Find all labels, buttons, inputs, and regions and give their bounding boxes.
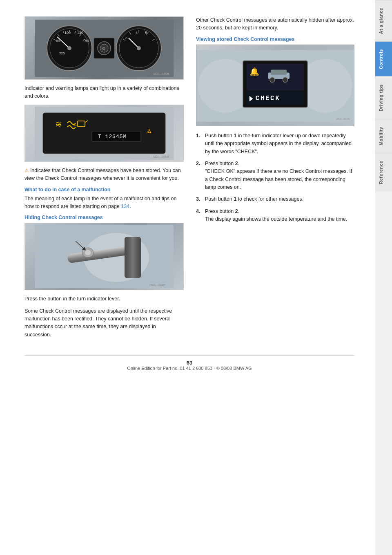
svg-text:180: 180 [83, 39, 89, 43]
svg-text:YAVL...03AP: YAVL...03AP [149, 284, 165, 286]
svg-rect-51 [125, 237, 141, 278]
steps-list: 1. Push button 1 in the turn indicator l… [196, 132, 354, 224]
warning-diagram: ≋ T 12345M [24, 105, 184, 162]
svg-point-62 [283, 77, 287, 82]
page-link-134[interactable]: 134 [121, 204, 129, 209]
sidebar-tab-at-a-glance[interactable]: At a glance [375, 0, 392, 41]
svg-text:UCC...07AN: UCC...07AN [336, 117, 350, 120]
svg-text:⊙: ⊙ [102, 46, 105, 51]
svg-text:≋: ≋ [55, 120, 62, 129]
sidebar-tab-mobility[interactable]: Mobility [375, 119, 392, 153]
sidebar: At a glance Controls Driving tips Mobili… [375, 0, 392, 555]
lever-svg: YAVL...03AP [35, 225, 174, 288]
viewing-heading: Viewing stored Check Control messages [196, 36, 354, 42]
dashboard-diagram: 60 100 140 180 220 [24, 16, 184, 80]
svg-text:140: 140 [77, 31, 83, 35]
svg-text:UCC...04AM: UCC...04AM [153, 72, 169, 75]
svg-text:100: 100 [65, 31, 71, 35]
check-diagram: 🔔 CHECK [196, 45, 354, 126]
lever-diagram: YAVL...03AP [24, 223, 184, 290]
step-3: 3. Push button 1 to check for other mess… [196, 195, 354, 203]
step-4: 4. Press button 2. The display again sho… [196, 208, 354, 224]
svg-text:T 12345M: T 12345M [98, 134, 127, 140]
right-column: Other Check Control messages are automat… [196, 16, 354, 343]
malfunction-text: The meaning of each lamp in the event of… [24, 195, 184, 211]
svg-text:5: 5 [145, 31, 147, 35]
page-footer: 63 Online Edition for Part no. 01 41 2 6… [24, 355, 354, 371]
lever-caption2: Some Check Control messages are displaye… [24, 307, 184, 339]
step-2: 2. Press button 2. "CHECK OK" appears if… [196, 160, 354, 192]
svg-point-49 [85, 250, 91, 255]
svg-text:UCC...06AN: UCC...06AN [153, 155, 169, 158]
warning-symbol: ⚠ [24, 168, 29, 173]
sidebar-tab-controls[interactable]: Controls [375, 41, 392, 76]
svg-point-16 [67, 46, 71, 50]
diagram2-caption: ⚠ indicates that Check Control messages … [24, 167, 184, 183]
step-1: 1. Push button 1 in the turn indicator l… [196, 132, 354, 156]
sidebar-tab-reference[interactable]: Reference [375, 153, 392, 192]
svg-point-61 [270, 77, 275, 82]
svg-text:🔔: 🔔 [249, 67, 260, 76]
left-column: 60 100 140 180 220 [24, 16, 184, 343]
lever-caption1: Press the button in the turn indicator l… [24, 295, 184, 303]
diagram1-caption: Indicator and warning lamps can light up… [24, 85, 184, 101]
svg-text:220: 220 [59, 51, 65, 55]
page-number: 63 [187, 360, 192, 366]
intro-text: Other Check Control messages are automat… [196, 16, 354, 32]
dashboard-svg: 60 100 140 180 220 [35, 20, 174, 77]
sidebar-tab-driving-tips[interactable]: Driving tips [375, 76, 392, 119]
footer-text: Online Edition for Part no. 01 41 2 600 … [127, 366, 252, 371]
svg-text:CHECK: CHECK [256, 95, 281, 102]
check-svg: 🔔 CHECK [196, 45, 354, 126]
malfunction-heading: What to do in case of a malfunction [24, 187, 184, 192]
svg-text:3: 3 [125, 36, 127, 40]
hiding-heading: Hiding Check Control messages [24, 215, 184, 220]
svg-text:4: 4 [136, 31, 138, 35]
svg-point-32 [137, 46, 141, 50]
warning-svg: ≋ T 12345M [35, 107, 174, 160]
svg-rect-60 [271, 69, 287, 74]
svg-text:A: A [147, 129, 151, 134]
